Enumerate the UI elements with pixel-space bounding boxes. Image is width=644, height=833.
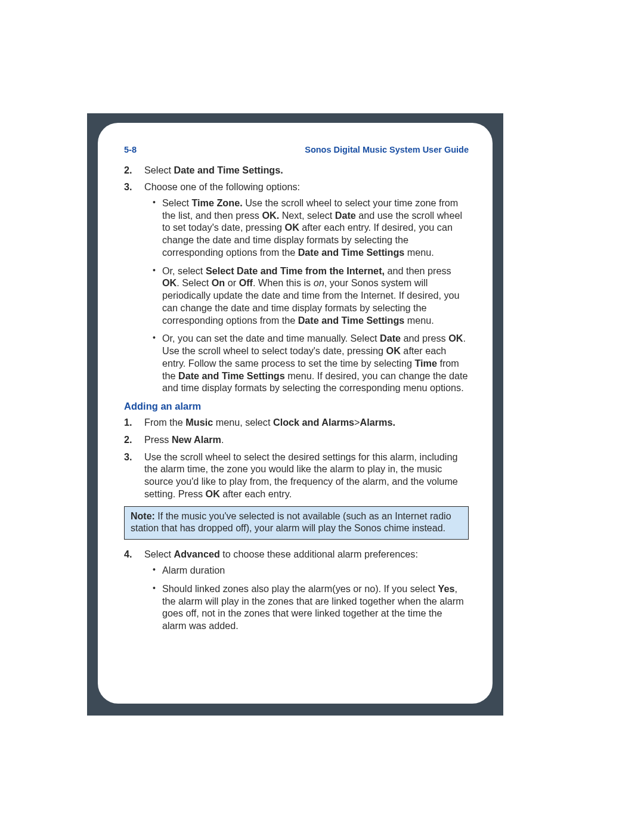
page-frame: 5-8 Sonos Digital Music System User Guid…	[87, 113, 503, 716]
doc-title: Sonos Digital Music System User Guide	[305, 144, 469, 156]
steps-adding-alarm: 1. From the Music menu, select Clock and…	[124, 416, 469, 500]
running-header: 5-8 Sonos Digital Music System User Guid…	[124, 144, 469, 156]
alarm-step-3: 3. Use the scroll wheel to select the de…	[144, 451, 469, 500]
step-number: 2.	[124, 164, 141, 176]
step-text: Select	[144, 165, 174, 175]
alarm-step-1: 1. From the Music menu, select Clock and…	[144, 416, 469, 429]
page-number: 5-8	[124, 144, 137, 156]
note-box: Note: If the music you've selected is no…	[124, 506, 469, 540]
steps-adding-alarm-cont: 4. Select Advanced to choose these addit…	[124, 548, 469, 631]
alarm-step-2: 2. Press New Alarm.	[144, 433, 469, 446]
bold: Date and Time Settings.	[174, 165, 283, 175]
option-internet: Or, select Select Date and Time from the…	[162, 265, 469, 327]
pref-duration: Alarm duration	[162, 564, 469, 577]
option-timezone: Select Time Zone. Use the scroll wheel t…	[162, 197, 469, 259]
section-heading-adding-alarm: Adding an alarm	[124, 400, 469, 413]
note-label: Note:	[131, 511, 155, 521]
step-number: 3.	[124, 181, 141, 193]
step-number: 3.	[124, 451, 141, 463]
options-list: Select Time Zone. Use the scroll wheel t…	[144, 197, 469, 394]
step-number: 4.	[124, 548, 141, 561]
canvas: 5-8 Sonos Digital Music System User Guid…	[0, 0, 644, 833]
option-manual: Or, you can set the date and time manual…	[162, 332, 469, 394]
page: 5-8 Sonos Digital Music System User Guid…	[98, 123, 493, 704]
step-3: 3. Choose one of the following options: …	[144, 181, 469, 394]
pref-linked-zones: Should linked zones also play the alarm(…	[162, 583, 469, 632]
steps-date-time: 2. Select Date and Time Settings. 3. Cho…	[124, 164, 469, 394]
advanced-prefs: Alarm duration Should linked zones also …	[144, 564, 469, 632]
step-text: Choose one of the following options:	[144, 181, 300, 192]
alarm-step-4: 4. Select Advanced to choose these addit…	[144, 548, 469, 631]
note-text: If the music you've selected is not avai…	[131, 511, 451, 533]
step-2: 2. Select Date and Time Settings.	[144, 164, 469, 176]
step-number: 2.	[124, 433, 141, 446]
step-number: 1.	[124, 416, 141, 429]
